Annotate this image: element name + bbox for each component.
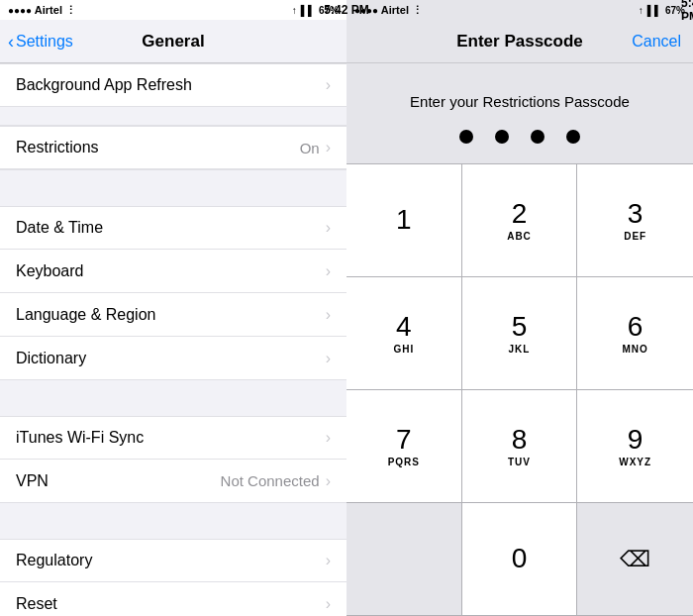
- numpad-digit-5: 5: [512, 312, 528, 343]
- signal-strength-left: ▌▌: [301, 5, 315, 16]
- numpad-digit-7: 7: [396, 425, 412, 456]
- settings-list: Background App Refresh › Restrictions On…: [0, 63, 346, 616]
- left-panel: ●●●● Airtel ⋮ 5:42 PM ↑ ▌▌ 67% ‹ Setting…: [0, 0, 346, 616]
- numpad-key-7[interactable]: 7PQRS: [346, 390, 462, 503]
- nav-title-left: General: [142, 32, 204, 51]
- gps-icon-left: ↑: [292, 5, 297, 16]
- settings-item-dictionary[interactable]: Dictionary ›: [0, 337, 346, 380]
- delete-icon: ⌫: [620, 547, 650, 572]
- spacer-2: [0, 170, 346, 206]
- numpad-letters-5: JKL: [509, 344, 531, 355]
- passcode-dot-2: [495, 130, 509, 144]
- settings-item-itunes-wifi-sync[interactable]: iTunes Wi-Fi Sync ›: [0, 416, 346, 460]
- status-bar-left: ●●●● Airtel ⋮ 5:42 PM ↑ ▌▌ 67%: [0, 0, 346, 20]
- numpad-key-9[interactable]: 9WXYZ: [577, 390, 693, 503]
- nav-bar-right: Enter Passcode Cancel: [346, 20, 693, 63]
- chevron-icon-itunes-wifi-sync: ›: [326, 429, 331, 447]
- numpad-letters-3: DEF: [624, 231, 646, 242]
- settings-item-date-time[interactable]: Date & Time ›: [0, 206, 346, 250]
- numpad-letters-6: MNO: [622, 344, 647, 355]
- spacer-3: [0, 380, 346, 416]
- numpad-key-2[interactable]: 2ABC: [462, 164, 578, 277]
- numpad-key-empty: [346, 503, 462, 616]
- chevron-icon-date-time: ›: [326, 219, 331, 237]
- numpad-key-5[interactable]: 5JKL: [462, 277, 578, 390]
- spacer-1: [0, 107, 346, 125]
- item-label-vpn: VPN: [16, 472, 221, 490]
- settings-item-background-app-refresh[interactable]: Background App Refresh ›: [0, 63, 346, 107]
- numpad-digit-3: 3: [628, 199, 644, 230]
- settings-item-keyboard[interactable]: Keyboard ›: [0, 250, 346, 293]
- chevron-icon-restrictions: ›: [326, 139, 331, 156]
- back-button[interactable]: ‹ Settings: [8, 33, 73, 51]
- passcode-dot-4: [566, 130, 580, 144]
- numpad-key-0[interactable]: 0: [462, 503, 578, 616]
- passcode-prompt: Enter your Restrictions Passcode: [346, 63, 693, 163]
- right-panel: ●●●● Airtel ⋮ 5:42 PM ↑ ▌▌ 67% Enter Pas…: [346, 0, 693, 616]
- item-label-restrictions: Restrictions: [16, 139, 300, 156]
- item-label-reset: Reset: [16, 595, 326, 613]
- nav-bar-left: ‹ Settings General: [0, 20, 346, 63]
- signal-strength-right: ▌▌: [647, 5, 661, 16]
- numpad-digit-4: 4: [396, 312, 412, 343]
- numpad-key-4[interactable]: 4GHI: [346, 277, 462, 390]
- item-value-restrictions: On: [300, 140, 320, 156]
- numpad-digit-2: 2: [512, 199, 528, 230]
- numpad: 12ABC3DEF4GHI5JKL6MNO7PQRS8TUV9WXYZ0⌫: [346, 163, 693, 616]
- numpad-digit-1: 1: [396, 205, 412, 236]
- numpad-digit-9: 9: [628, 425, 644, 456]
- item-label-background-app-refresh: Background App Refresh: [16, 76, 326, 94]
- item-label-date-time: Date & Time: [16, 219, 326, 237]
- settings-item-language-region[interactable]: Language & Region ›: [0, 293, 346, 337]
- status-bar-right: ●●●● Airtel ⋮ 5:42 PM ↑ ▌▌ 67%: [346, 0, 693, 20]
- settings-item-regulatory[interactable]: Regulatory ›: [0, 539, 346, 582]
- numpad-digit-0: 0: [512, 544, 528, 574]
- settings-item-reset[interactable]: Reset ›: [0, 582, 346, 616]
- numpad-key-3[interactable]: 3DEF: [577, 164, 693, 277]
- numpad-letters-4: GHI: [393, 344, 414, 355]
- prompt-text: Enter your Restrictions Passcode: [410, 93, 630, 110]
- numpad-digit-6: 6: [628, 312, 644, 343]
- passcode-dots: [459, 130, 580, 144]
- passcode-dot-1: [459, 130, 473, 144]
- numpad-key-6[interactable]: 6MNO: [577, 277, 693, 390]
- item-label-itunes-wifi-sync: iTunes Wi-Fi Sync: [16, 429, 326, 447]
- item-label-dictionary: Dictionary: [16, 350, 326, 367]
- item-value-vpn: Not Connected: [221, 472, 320, 489]
- numpad-key-8[interactable]: 8TUV: [462, 390, 578, 503]
- numpad-letters-2: ABC: [507, 231, 532, 242]
- chevron-icon-reset: ›: [326, 595, 331, 613]
- gps-icon-right: ↑: [639, 5, 644, 16]
- spacer-4: [0, 503, 346, 539]
- back-label: Settings: [16, 33, 73, 51]
- chevron-icon-vpn: ›: [326, 472, 331, 490]
- item-label-keyboard: Keyboard: [16, 262, 326, 280]
- numpad-letters-9: WXYZ: [619, 457, 651, 467]
- chevron-icon-keyboard: ›: [326, 262, 331, 280]
- item-label-regulatory: Regulatory: [16, 552, 326, 569]
- chevron-icon-regulatory: ›: [326, 552, 331, 569]
- back-chevron-icon: ‹: [8, 33, 14, 51]
- time-left: 5:42 PM: [324, 3, 346, 17]
- cancel-button[interactable]: Cancel: [632, 33, 681, 51]
- numpad-key-1[interactable]: 1: [346, 164, 462, 277]
- nav-title-right: Enter Passcode: [456, 32, 583, 51]
- status-icons-right: ↑ ▌▌ 67%: [639, 5, 685, 16]
- chevron-icon-language-region: ›: [326, 306, 331, 324]
- carrier-left: ●●●● Airtel ⋮: [8, 4, 76, 17]
- numpad-digit-8: 8: [512, 425, 528, 456]
- numpad-letters-8: TUV: [508, 457, 531, 467]
- settings-item-restrictions[interactable]: Restrictions On ›: [0, 125, 346, 170]
- chevron-icon-background-app-refresh: ›: [326, 76, 331, 94]
- numpad-letters-7: PQRS: [388, 457, 420, 467]
- settings-item-vpn[interactable]: VPN Not Connected ›: [0, 460, 346, 503]
- chevron-icon-dictionary: ›: [326, 350, 331, 367]
- passcode-dot-3: [531, 130, 544, 144]
- item-label-language-region: Language & Region: [16, 306, 326, 324]
- numpad-key-delete[interactable]: ⌫: [577, 503, 693, 616]
